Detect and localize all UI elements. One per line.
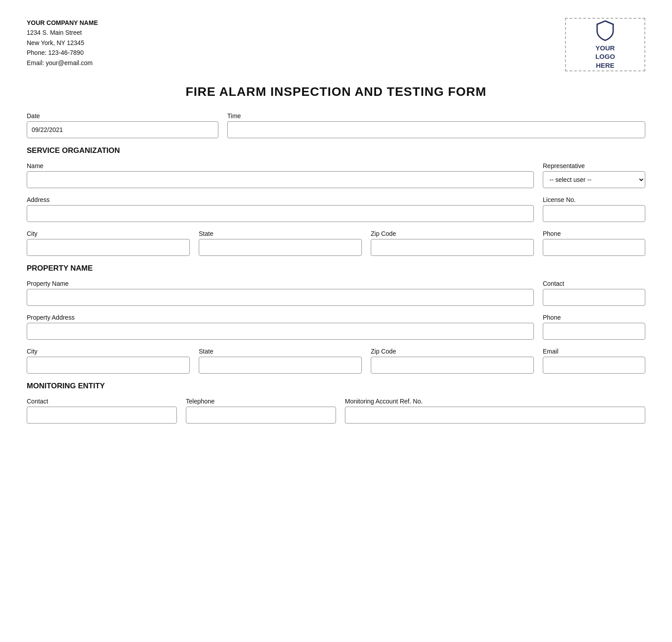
state-label-service: State xyxy=(199,230,362,237)
property-address-row: Property Address Phone xyxy=(27,314,645,340)
date-field-group: Date xyxy=(27,112,218,138)
service-city-input[interactable] xyxy=(27,239,190,256)
property-contact-input[interactable] xyxy=(543,289,645,306)
property-zip-group: Zip Code xyxy=(371,348,534,374)
phone-label-service: Phone xyxy=(543,230,645,237)
company-phone: Phone: 123-46-7890 xyxy=(27,48,98,58)
property-state-group: State xyxy=(199,348,362,374)
license-group: License No. xyxy=(543,196,645,222)
date-input[interactable] xyxy=(27,121,218,138)
property-email-input[interactable] xyxy=(543,357,645,374)
property-address-label: Property Address xyxy=(27,314,534,321)
property-contact-group: Contact xyxy=(543,280,645,306)
city-label-service: City xyxy=(27,230,190,237)
representative-group: Representative -- select user -- xyxy=(543,162,645,188)
property-city-group: City xyxy=(27,348,190,374)
property-name-label: Property Name xyxy=(27,280,534,287)
property-phone-label: Phone xyxy=(543,314,645,321)
property-email-group: Email xyxy=(543,348,645,374)
property-name-row: Property Name Contact xyxy=(27,280,645,306)
city-label-property: City xyxy=(27,348,190,355)
service-address-group: Address xyxy=(27,196,534,222)
monitoring-contact-label: Contact xyxy=(27,398,177,405)
representative-label: Representative xyxy=(543,162,645,169)
property-city-row: City State Zip Code Email xyxy=(27,348,645,374)
company-name: YOUR COMPANY NAME xyxy=(27,18,98,28)
property-city-input[interactable] xyxy=(27,357,190,374)
property-phone-input[interactable] xyxy=(543,323,645,340)
form-title: FIRE ALARM INSPECTION AND TESTING FORM xyxy=(27,85,645,99)
time-field-group: Time xyxy=(227,112,645,138)
property-state-input[interactable] xyxy=(199,357,362,374)
service-address-input[interactable] xyxy=(27,205,534,222)
company-info: YOUR COMPANY NAME 1234 S. Main Street Ne… xyxy=(27,18,98,68)
monitoring-telephone-input[interactable] xyxy=(186,407,336,424)
monitoring-account-group: Monitoring Account Ref. No. xyxy=(345,398,645,424)
monitoring-title: MONITORING ENTITY xyxy=(27,382,645,391)
service-name-group: Name xyxy=(27,162,534,188)
date-time-row: Date Time xyxy=(27,112,645,138)
logo-text: YOURLOGOHERE xyxy=(595,44,615,70)
company-email: Email: your@email.com xyxy=(27,58,98,68)
service-name-label: Name xyxy=(27,162,534,169)
service-phone-group: Phone xyxy=(543,230,645,256)
property-address-group: Property Address xyxy=(27,314,534,340)
license-label: License No. xyxy=(543,196,645,203)
company-address1: 1234 S. Main Street xyxy=(27,28,98,37)
service-state-group: State xyxy=(199,230,362,256)
service-zip-group: Zip Code xyxy=(371,230,534,256)
monitoring-telephone-group: Telephone xyxy=(186,398,336,424)
service-phone-input[interactable] xyxy=(543,239,645,256)
address-label: Address xyxy=(27,196,534,203)
service-zip-input[interactable] xyxy=(371,239,534,256)
property-contact-label: Contact xyxy=(543,280,645,287)
service-name-row: Name Representative -- select user -- xyxy=(27,162,645,188)
time-input[interactable] xyxy=(227,121,645,138)
service-city-row: City State Zip Code Phone xyxy=(27,230,645,256)
property-title: PROPERTY NAME xyxy=(27,264,645,273)
page-header: YOUR COMPANY NAME 1234 S. Main Street Ne… xyxy=(27,18,645,71)
property-phone-group: Phone xyxy=(543,314,645,340)
zip-label-property: Zip Code xyxy=(371,348,534,355)
monitoring-account-input[interactable] xyxy=(345,407,645,424)
service-state-input[interactable] xyxy=(199,239,362,256)
monitoring-row: Contact Telephone Monitoring Account Ref… xyxy=(27,398,645,424)
monitoring-account-label: Monitoring Account Ref. No. xyxy=(345,398,645,405)
license-input[interactable] xyxy=(543,205,645,222)
email-label-property: Email xyxy=(543,348,645,355)
service-org-title: SERVICE ORGANIZATION xyxy=(27,146,645,155)
state-label-property: State xyxy=(199,348,362,355)
date-label: Date xyxy=(27,112,218,119)
monitoring-contact-input[interactable] xyxy=(27,407,177,424)
property-address-input[interactable] xyxy=(27,323,534,340)
representative-select[interactable]: -- select user -- xyxy=(543,171,645,188)
monitoring-telephone-label: Telephone xyxy=(186,398,336,405)
logo-box: YOURLOGOHERE xyxy=(565,18,645,71)
time-label: Time xyxy=(227,112,645,119)
property-name-input[interactable] xyxy=(27,289,534,306)
service-name-input[interactable] xyxy=(27,171,534,188)
service-address-row: Address License No. xyxy=(27,196,645,222)
zip-label-service: Zip Code xyxy=(371,230,534,237)
shield-icon xyxy=(594,20,616,41)
property-zip-input[interactable] xyxy=(371,357,534,374)
service-city-group: City xyxy=(27,230,190,256)
property-name-group: Property Name xyxy=(27,280,534,306)
company-address2: New York, NY 12345 xyxy=(27,38,98,48)
monitoring-contact-group: Contact xyxy=(27,398,177,424)
